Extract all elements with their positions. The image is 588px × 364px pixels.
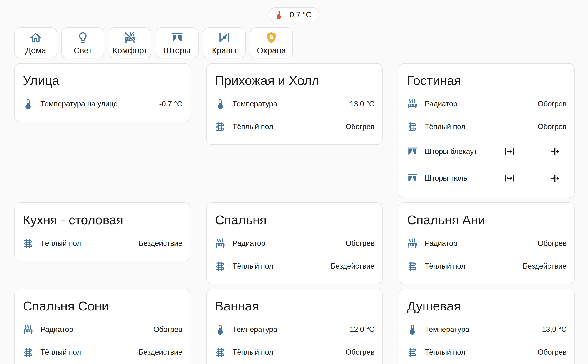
- tab-label: Краны: [212, 46, 237, 54]
- heating-coil-icon: [22, 347, 34, 358]
- heating-coil-icon: [214, 260, 226, 272]
- lightbulb-icon: [76, 31, 89, 44]
- curtains-icon: [407, 146, 418, 157]
- tab-curtains[interactable]: Шторы: [156, 27, 198, 58]
- card-title: Спальня Сони: [23, 298, 182, 314]
- entity-state: Бездействие: [331, 262, 375, 271]
- entity-row[interactable]: Радиатор Обогрев: [214, 234, 375, 253]
- entity-state: Обогрев: [538, 239, 567, 248]
- card-gostinaya: Гостиная Радиатор Обогрев Тёплый пол Обо…: [398, 63, 575, 198]
- tab-label: Дома: [25, 46, 46, 54]
- tab-home[interactable]: Дома: [14, 27, 57, 58]
- entity-name: Радиатор: [40, 325, 73, 334]
- entity-row[interactable]: Радиатор Обогрев: [407, 234, 567, 253]
- radiator-icon: [214, 238, 226, 249]
- thermometer-icon: [274, 10, 284, 20]
- view-tabs: Дома Свет Комфорт Шторы Краны Охрана: [14, 27, 588, 58]
- cover-open-button[interactable]: [498, 140, 521, 163]
- entity-state: Обогрев: [153, 325, 182, 334]
- entity-row[interactable]: Температура 13,0 °C: [214, 94, 375, 113]
- tab-comfort[interactable]: Комфорт: [109, 27, 152, 58]
- tab-security[interactable]: Охрана: [250, 27, 293, 58]
- thermometer-icon: [22, 98, 34, 110]
- entity-state: -0,7 °C: [159, 100, 182, 108]
- card-kuhnya: Кухня - столовая Тёплый пол Бездействие: [14, 202, 191, 261]
- entity-row[interactable]: Тёплый пол Обогрев: [407, 343, 567, 362]
- entity-state: Обогрев: [346, 123, 375, 131]
- arrow-collapse-horizontal-icon: [550, 146, 561, 157]
- card-title: Спальня Ани: [407, 212, 567, 228]
- entity-state: Обогрев: [538, 100, 567, 108]
- entity-name: Тёплый пол: [233, 262, 273, 271]
- tab-label: Свет: [73, 46, 92, 54]
- radiator-off-icon: [124, 31, 136, 44]
- arrow-expand-horizontal-icon: [504, 173, 515, 184]
- entity-row[interactable]: Тёплый пол Обогрев: [214, 343, 375, 362]
- entity-row[interactable]: Температура 12,0 °C: [214, 320, 375, 339]
- entity-state: Обогрев: [346, 348, 375, 357]
- card-prihozhaya: Прихожая и Холл Температура 13,0 °C Тёпл…: [206, 63, 383, 145]
- entity-state: Бездействие: [139, 239, 182, 248]
- thermometer-icon: [214, 324, 226, 335]
- entity-name: Температура: [425, 325, 469, 334]
- top-bar: -0,7 °C: [0, 0, 588, 22]
- cover-row[interactable]: Шторы тюль: [407, 167, 567, 190]
- valve-icon: [218, 31, 231, 44]
- card-title: Кухня - столовая: [23, 212, 182, 228]
- entity-state: 13,0 °C: [542, 325, 567, 334]
- cover-row[interactable]: Шторы блекаут: [407, 140, 567, 163]
- arrow-collapse-horizontal-icon: [550, 173, 561, 184]
- entity-state: Обогрев: [346, 239, 375, 248]
- entity-name: Тёплый пол: [233, 123, 273, 131]
- entity-row[interactable]: Температура на улице -0,7 °C: [22, 94, 182, 113]
- entity-name: Тёплый пол: [40, 239, 81, 248]
- curtains-icon: [407, 172, 418, 184]
- entity-state: 12,0 °C: [350, 325, 375, 334]
- entity-row[interactable]: Радиатор Обогрев: [22, 320, 182, 339]
- heating-coil-icon: [407, 260, 418, 272]
- card-title: Ванная: [215, 298, 375, 314]
- cover-open-button[interactable]: [498, 167, 521, 190]
- entity-name: Тёплый пол: [425, 123, 465, 131]
- entity-name: Тёплый пол: [425, 262, 465, 271]
- entity-row[interactable]: Тёплый пол Бездействие: [22, 234, 182, 253]
- tab-valves[interactable]: Краны: [203, 27, 246, 58]
- entity-row[interactable]: Тёплый пол Обогрев: [214, 117, 375, 136]
- card-dushevaya: Душевая Температура 13,0 °C Тёплый пол О…: [398, 289, 575, 364]
- entity-row[interactable]: Тёплый пол Бездействие: [214, 257, 375, 276]
- entity-row[interactable]: Температура 13,0 °C: [407, 320, 567, 339]
- tab-label: Комфорт: [112, 46, 148, 54]
- shield-lock-icon: [265, 31, 278, 44]
- entity-state: Обогрев: [538, 123, 567, 131]
- entity-name: Тёплый пол: [233, 348, 273, 357]
- entity-state: Бездействие: [523, 262, 567, 271]
- outdoor-temperature-chip[interactable]: -0,7 °C: [269, 7, 319, 22]
- card-spalnya-soni: Спальня Сони Радиатор Обогрев Тёплый пол…: [14, 289, 191, 364]
- heating-coil-icon: [407, 121, 418, 132]
- card-vannaya: Ванная Температура 12,0 °C Тёплый пол Об…: [206, 289, 383, 364]
- entity-name: Температура на улице: [40, 100, 118, 108]
- entity-row[interactable]: Тёплый пол Бездействие: [22, 343, 182, 362]
- heating-coil-icon: [214, 121, 226, 132]
- entity-row[interactable]: Тёплый пол Бездействие: [407, 257, 567, 276]
- radiator-icon: [22, 324, 34, 335]
- card-title: Душевая: [407, 298, 567, 314]
- card-title: Спальня: [215, 212, 375, 228]
- heating-coil-icon: [407, 347, 418, 358]
- radiator-icon: [407, 98, 418, 110]
- entity-row[interactable]: Радиатор Обогрев: [407, 94, 567, 113]
- chip-value: -0,7 °C: [287, 10, 311, 19]
- entity-state: 13,0 °C: [350, 100, 375, 108]
- curtains-icon: [171, 31, 184, 44]
- entity-state: Бездействие: [139, 348, 182, 357]
- cover-close-button[interactable]: [544, 140, 567, 163]
- tab-light[interactable]: Свет: [61, 27, 104, 58]
- cover-close-button[interactable]: [544, 167, 567, 190]
- card-title: Улица: [23, 72, 182, 88]
- heating-coil-icon: [22, 238, 34, 249]
- entity-row[interactable]: Тёплый пол Обогрев: [407, 117, 567, 136]
- entity-name: Шторы тюль: [425, 174, 467, 182]
- radiator-icon: [407, 238, 418, 249]
- entity-name: Радиатор: [425, 100, 457, 108]
- entity-name: Температура: [233, 325, 277, 334]
